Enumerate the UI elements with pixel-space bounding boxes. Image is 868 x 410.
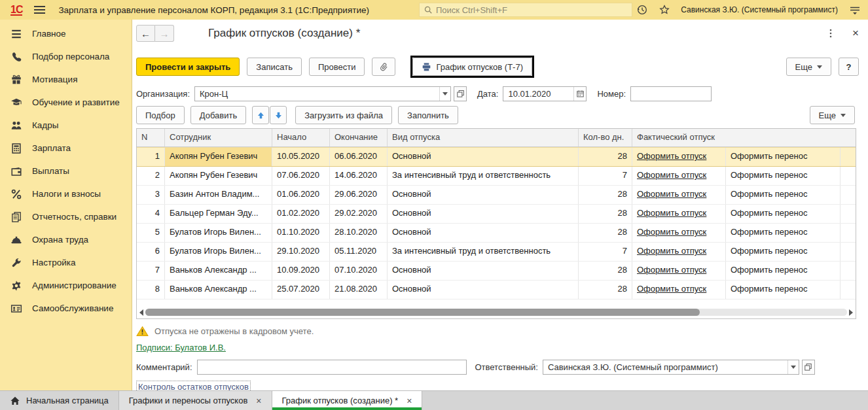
bottom-tabbar: Начальная страницаГрафики и переносы отп… bbox=[0, 390, 868, 410]
star-icon[interactable] bbox=[659, 4, 670, 16]
back-button[interactable]: ← bbox=[136, 25, 155, 42]
make-transfer-link[interactable]: Оформить перенос bbox=[726, 148, 841, 166]
scroll-right-icon[interactable] bbox=[849, 309, 853, 316]
make-vacation-link[interactable]: Оформить отпуск bbox=[632, 205, 726, 223]
make-transfer-link[interactable]: Оформить перенос bbox=[726, 224, 841, 242]
make-vacation-link[interactable]: Оформить отпуск bbox=[632, 262, 726, 280]
move-down-button[interactable] bbox=[270, 106, 287, 124]
arrow-up-icon bbox=[257, 111, 265, 120]
make-transfer-link[interactable]: Оформить перенос bbox=[726, 167, 841, 185]
pick-button[interactable]: Подбор bbox=[136, 106, 185, 124]
responsible-open-button[interactable] bbox=[802, 360, 815, 375]
make-vacation-link[interactable]: Оформить отпуск bbox=[632, 281, 726, 299]
sidebar-item-12[interactable]: Администрирование bbox=[0, 274, 132, 297]
close-window-icon[interactable]: × bbox=[852, 28, 859, 39]
make-vacation-link[interactable]: Оформить отпуск bbox=[632, 186, 726, 204]
sidebar-item-8[interactable]: Налоги и взносы bbox=[0, 182, 132, 205]
h-scrollbar[interactable] bbox=[139, 308, 853, 316]
chevron-down-icon bbox=[443, 92, 448, 95]
cell-start: 10.09.2020 bbox=[272, 262, 330, 280]
table-more-button[interactable]: Еще bbox=[810, 106, 855, 124]
org-combo[interactable]: Крон-Ц bbox=[194, 86, 451, 101]
tab-item-2[interactable]: Графики и переносы отпусков× bbox=[119, 391, 272, 410]
responsible-combo[interactable]: Савинская З.Ю. (Системный программист) bbox=[543, 360, 799, 375]
history-icon[interactable] bbox=[636, 4, 648, 16]
make-vacation-link[interactable]: Оформить отпуск bbox=[632, 167, 726, 185]
sidebar-item-11[interactable]: Настройка bbox=[0, 251, 132, 274]
print-vacation-schedule-button[interactable]: График отпусков (Т-7) bbox=[412, 58, 532, 76]
write-button[interactable]: Записать bbox=[247, 58, 302, 76]
chevron-down-icon bbox=[817, 65, 822, 69]
scroll-thumb[interactable] bbox=[145, 309, 700, 316]
table-row[interactable]: 1Акопян Рубен Гезевич10.05.202006.06.202… bbox=[137, 147, 856, 167]
forward-button[interactable]: → bbox=[155, 25, 174, 42]
sidebar-item-7[interactable]: Выплаты bbox=[0, 160, 132, 182]
sidebar-item-13[interactable]: Самообслуживание bbox=[0, 297, 132, 320]
table-row[interactable]: 3Базин Антон Владим...01.06.202029.06.20… bbox=[137, 186, 856, 205]
post-button[interactable]: Провести bbox=[309, 58, 365, 76]
table-row[interactable]: 7Ваньков Александр ...10.09.202007.10.20… bbox=[137, 262, 856, 281]
make-transfer-link[interactable]: Оформить перенос bbox=[726, 186, 841, 204]
attachments-button[interactable] bbox=[372, 58, 395, 76]
make-vacation-link[interactable]: Оформить отпуск bbox=[632, 243, 726, 261]
global-search[interactable] bbox=[419, 3, 632, 17]
make-transfer-link[interactable]: Оформить перенос bbox=[726, 205, 841, 223]
sidebar-item-9[interactable]: Отчетность, справки bbox=[0, 205, 132, 228]
table-row[interactable]: 4Бальцер Герман Эду...01.02.202029.02.20… bbox=[137, 205, 856, 224]
responsible-dropdown-button[interactable] bbox=[787, 360, 799, 374]
table-row[interactable]: 2Акопян Рубен Гезевич07.06.202014.06.202… bbox=[137, 167, 856, 186]
chevron-down-icon bbox=[791, 366, 796, 369]
cell-employee: Ваньков Александр ... bbox=[165, 281, 272, 299]
vacation-balance-link[interactable]: Контроль остатков отпусков bbox=[136, 381, 251, 390]
gift-icon bbox=[10, 74, 22, 86]
make-transfer-link[interactable]: Оформить перенос bbox=[726, 243, 841, 261]
make-vacation-link[interactable]: Оформить отпуск bbox=[632, 224, 726, 242]
make-transfer-link[interactable]: Оформить перенос bbox=[726, 281, 841, 299]
move-up-button[interactable] bbox=[252, 106, 269, 124]
comment-input[interactable] bbox=[197, 360, 467, 375]
date-field[interactable]: 10.01.2020 bbox=[503, 86, 587, 101]
gear-icon bbox=[10, 280, 22, 292]
tab-item-3[interactable]: График отпусков (создание) *× bbox=[272, 391, 423, 410]
sidebar: ГлавноеПодбор персоналаМотивацияОбучение… bbox=[0, 20, 132, 390]
add-button[interactable]: Добавить bbox=[190, 106, 246, 124]
make-transfer-link[interactable]: Оформить перенос bbox=[726, 262, 841, 280]
sidebar-item-10[interactable]: Охрана труда bbox=[0, 228, 132, 251]
sidebar-item-5[interactable]: Кадры bbox=[0, 114, 132, 137]
user-menu-icon[interactable] bbox=[848, 4, 861, 16]
more-menu-icon[interactable] bbox=[826, 28, 835, 39]
scroll-track[interactable] bbox=[145, 309, 847, 316]
window-header: ← → График отпусков (создание) * × bbox=[136, 24, 868, 43]
signatures-link[interactable]: Подписи: Булатов И.В. bbox=[136, 343, 226, 352]
sidebar-item-4[interactable]: Обучение и развитие bbox=[0, 91, 132, 114]
tab-close-icon[interactable]: × bbox=[407, 396, 412, 406]
post-and-close-button[interactable]: Провести и закрыть bbox=[136, 58, 240, 76]
make-vacation-link[interactable]: Оформить отпуск bbox=[632, 148, 726, 166]
user-name[interactable]: Савинская З.Ю. (Системный программист) bbox=[681, 5, 838, 14]
tab-close-icon[interactable]: × bbox=[256, 396, 261, 406]
table-row[interactable]: 6Булатов Игорь Вилен...29.10.202005.11.2… bbox=[137, 243, 856, 262]
sidebar-item-6[interactable]: Зарплата bbox=[0, 137, 132, 160]
main-window: ← → График отпусков (создание) * × Прове… bbox=[132, 20, 868, 390]
org-open-button[interactable] bbox=[454, 86, 467, 101]
search-input[interactable] bbox=[436, 5, 628, 15]
table-header: N Сотрудник Начало Окончание Вид отпуска… bbox=[137, 129, 856, 147]
table-row[interactable]: 5Булатов Игорь Вилен...01.10.202028.10.2… bbox=[137, 224, 856, 243]
more-button[interactable]: Еще bbox=[786, 58, 831, 76]
cell-filler bbox=[841, 262, 856, 280]
warning-text: Отпуска не отражены в кадровом учете. bbox=[154, 326, 314, 336]
load-from-file-button[interactable]: Загрузить из файла bbox=[295, 106, 392, 124]
sidebar-item-3[interactable]: Мотивация bbox=[0, 68, 132, 91]
scroll-left-icon[interactable] bbox=[139, 309, 143, 316]
number-input[interactable] bbox=[630, 86, 712, 101]
sidebar-item-2[interactable]: Подбор персонала bbox=[0, 45, 132, 68]
help-button[interactable]: ? bbox=[839, 58, 859, 76]
main-menu-icon[interactable] bbox=[34, 6, 45, 14]
calendar-button[interactable] bbox=[573, 87, 586, 101]
fill-button[interactable]: Заполнить bbox=[398, 106, 458, 124]
sidebar-item-1[interactable]: Главное bbox=[0, 22, 132, 45]
table-row[interactable]: 8Ваньков Александр ...25.07.202021.08.20… bbox=[137, 281, 856, 299]
org-dropdown-button[interactable] bbox=[439, 87, 450, 101]
tab-home[interactable]: Начальная страница bbox=[0, 391, 119, 410]
idcard-icon bbox=[10, 303, 22, 315]
